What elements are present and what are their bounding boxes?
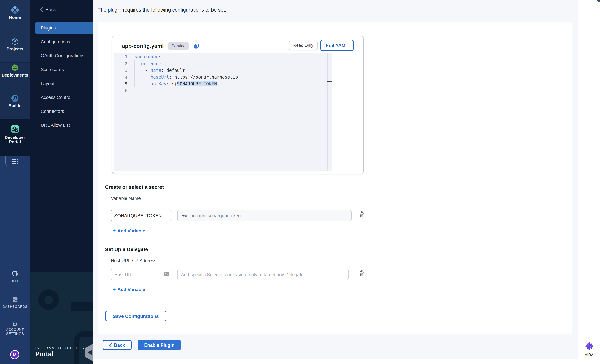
copy-icon[interactable] — [193, 43, 200, 49]
chevron-left-icon — [40, 7, 43, 12]
editor-scrollbar-track — [328, 53, 328, 171]
page-note: The plugin requires the following config… — [98, 7, 226, 13]
sidebar-item-oauth-configurations[interactable]: OAuth Configurations — [35, 50, 93, 61]
back-label: Back — [46, 7, 56, 12]
divider — [35, 19, 87, 19]
sidebar-item-account-settings[interactable]: ⚙ ACCOUNTSETTINGS — [0, 321, 30, 336]
yaml-url-value: https://sonar.harness.io — [174, 75, 238, 80]
dashboards-icon — [12, 297, 18, 304]
right-gutter: AIDA — [578, 0, 600, 364]
secret-select-field[interactable]: account.sonarqubetoken — [177, 210, 352, 221]
nav-list: Plugins Configurations OAuth Configurati… — [35, 22, 93, 131]
developer-portal-icon — [10, 124, 20, 136]
sidebar-item-home[interactable]: Home — [0, 6, 30, 20]
host-url-label: Host URL / IP Address — [111, 258, 156, 263]
yaml-token-highlight: SONARQUBE_TOKEN — [177, 81, 217, 86]
sidebar-item-scorecards[interactable]: Scorecards — [35, 64, 93, 75]
yaml-editor[interactable]: 1sonarqube: 2 instances: 3 - name: defau… — [114, 53, 331, 171]
aida-label: AIDA — [578, 353, 600, 356]
sidebar-item-url-allow-list[interactable]: URL Allow List — [35, 120, 93, 131]
sidenav-decoration: INTERNAL DEVELOPER Portal — [30, 272, 93, 364]
read-only-button[interactable]: Read Only — [289, 41, 318, 50]
enable-plugin-button[interactable]: Enable Plugin — [138, 340, 181, 350]
sidebar-item-label: Projects — [0, 47, 30, 52]
sidebar-item-label: Builds — [0, 104, 30, 108]
add-delegate-variable-button[interactable]: + Add Variable — [112, 286, 145, 292]
delegate-section-heading: Set Up a Delegate — [105, 246, 148, 252]
yaml-filename: app-config.yaml — [122, 43, 164, 49]
sidebar-item-layout[interactable]: Layout — [35, 78, 93, 89]
sidebar-item-label: DeveloperPortal — [0, 136, 30, 144]
sidebar-item-help[interactable]: ? HELP — [0, 271, 30, 283]
gear-icon: ⚙ — [12, 320, 18, 327]
plus-icon: + — [112, 228, 116, 234]
chevron-left-icon — [109, 343, 112, 347]
yaml-card: app-config.yaml Service Read Only Edit Y… — [112, 36, 364, 174]
bottom-strip — [93, 359, 578, 364]
plus-icon: + — [112, 286, 116, 292]
host-url-input[interactable] — [111, 269, 172, 280]
builds-icon — [11, 94, 19, 104]
main-content: The plugin requires the following config… — [93, 0, 578, 364]
delete-delegate-row-button[interactable] — [359, 270, 364, 278]
decor-ring — [38, 289, 59, 310]
home-icon — [11, 6, 19, 16]
code-line: 4 baseUrl: https://sonar.harness.io — [114, 74, 328, 81]
sidebar-item-connectors[interactable]: Connectors — [35, 106, 93, 117]
key-icon — [182, 213, 188, 218]
code-line: 2 instances: — [114, 60, 328, 67]
decor-bar — [71, 302, 93, 311]
help-icon: ? — [11, 271, 19, 279]
sidebar-item-label: Home — [0, 16, 30, 20]
editor-scrollbar-marker[interactable] — [328, 81, 332, 82]
brand-line2: Portal — [35, 350, 85, 358]
variable-name-label: Variable Name — [111, 196, 141, 201]
code-line: 1sonarqube: — [114, 54, 328, 60]
secret-section-heading: Create or select a secret — [105, 184, 164, 190]
sidebar-item-label: Deployments — [0, 73, 30, 78]
edit-yaml-button[interactable]: Edit YAML — [320, 40, 354, 51]
variable-name-input[interactable] — [111, 210, 172, 221]
sidebar-item-access-control[interactable]: Access Control — [35, 92, 93, 103]
module-switcher-button[interactable] — [5, 156, 24, 166]
grid-icon — [12, 159, 18, 164]
aida-assistant-button[interactable]: AIDA — [578, 342, 600, 356]
svg-text:?: ? — [14, 272, 15, 274]
plugin-settings-sidenav: Back Plugins Configurations OAuth Config… — [30, 0, 93, 364]
sidebar-item-projects[interactable]: Projects — [0, 38, 30, 52]
module-rail: Home Projects Deploymen — [0, 0, 30, 364]
sidebar-item-configurations[interactable]: Configurations — [35, 36, 93, 47]
code-line: 5 apiKey: ${SONARQUBE_TOKEN} — [114, 81, 328, 87]
back-button[interactable]: Back — [103, 340, 131, 350]
app-window: Home Projects Deploymen — [0, 0, 600, 364]
sidebar-item-label: HELP — [0, 279, 30, 283]
sidebar-item-plugins[interactable]: Plugins — [35, 22, 93, 34]
sidebar-item-label: ACCOUNTSETTINGS — [0, 327, 30, 336]
secret-reference-value: account.sonarqubetoken — [190, 213, 241, 218]
code-line: 3 - name: default — [114, 67, 328, 74]
sidebar-item-developer-portal[interactable]: DeveloperPortal — [0, 124, 30, 144]
code-area: 1sonarqube: 2 instances: 3 - name: defau… — [114, 54, 328, 94]
aida-icon — [585, 342, 593, 350]
yaml-card-header: app-config.yaml Service — [122, 41, 200, 51]
brand-line1: INTERNAL DEVELOPER — [35, 346, 85, 350]
delete-variable-button[interactable] — [359, 211, 364, 219]
add-variable-button[interactable]: + Add Variable — [112, 228, 145, 234]
back-nav-link[interactable]: Back — [40, 5, 56, 14]
brand: INTERNAL DEVELOPER Portal — [35, 346, 85, 358]
service-badge: Service — [168, 42, 189, 50]
host-url-field-icon — [164, 271, 169, 278]
delegate-hexagon-icon — [84, 343, 93, 362]
delegate-selector-input[interactable] — [177, 269, 349, 280]
projects-icon — [11, 38, 19, 47]
sidebar-item-label: DASHBOARDS — [0, 304, 30, 308]
user-avatar[interactable]: IA — [10, 350, 19, 359]
configuration-panel: app-config.yaml Service Read Only Edit Y… — [98, 22, 572, 334]
save-configurations-button[interactable]: Save Configurations — [105, 311, 167, 321]
code-line: 6 — [114, 87, 328, 94]
sidebar-item-dashboards[interactable]: DASHBOARDS — [0, 297, 30, 308]
sidebar-item-deployments[interactable]: Deployments — [0, 64, 30, 78]
deployments-icon — [11, 64, 19, 73]
sidebar-item-builds[interactable]: Builds — [0, 94, 30, 108]
